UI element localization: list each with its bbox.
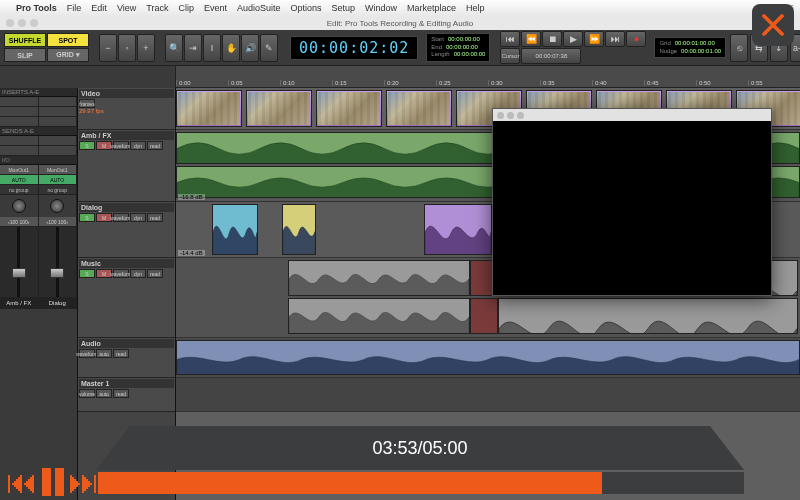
play-button[interactable]: ▶ <box>563 31 583 47</box>
insert-slot[interactable] <box>39 97 77 107</box>
send-slot[interactable] <box>0 146 38 156</box>
automation-read[interactable]: read <box>147 269 163 278</box>
clip-audio[interactable] <box>176 340 800 375</box>
video-window[interactable]: 00:00:02:02 <box>492 108 772 296</box>
clip-dialog[interactable] <box>212 204 258 255</box>
track-name[interactable]: Master 1 <box>79 379 174 388</box>
elastic-button[interactable]: dyn <box>130 141 146 150</box>
menu-edit[interactable]: Edit <box>91 3 107 13</box>
video-thumbnail[interactable] <box>386 90 452 127</box>
automation-read[interactable]: read <box>147 141 163 150</box>
menu-track[interactable]: Track <box>146 3 168 13</box>
track-header-audio[interactable]: Audio waveform auto read <box>78 338 175 378</box>
video-thumbnail[interactable] <box>316 90 382 127</box>
elastic-button[interactable]: dyn <box>130 269 146 278</box>
track-name[interactable]: Dialog <box>79 203 174 212</box>
lane-audio[interactable] <box>176 338 800 378</box>
group-selector[interactable]: no group <box>0 185 38 195</box>
insert-slot[interactable] <box>39 117 77 127</box>
volume-fader[interactable] <box>39 227 77 297</box>
send-slot[interactable] <box>0 136 38 146</box>
mode-slip-button[interactable]: SLIP <box>4 48 46 62</box>
grabber-tool[interactable]: ✋ <box>222 34 240 62</box>
automation-read[interactable]: read <box>147 213 163 222</box>
io-output[interactable]: MonOut1 <box>39 165 77 175</box>
selector-tool[interactable]: I <box>203 34 221 62</box>
overlay-close-button[interactable] <box>752 4 794 46</box>
menu-window[interactable]: Window <box>365 3 397 13</box>
menu-clip[interactable]: Clip <box>178 3 194 13</box>
grid-value[interactable]: 00:00:01:00.00 <box>675 40 715 48</box>
zoom-out-button[interactable]: − <box>99 34 117 62</box>
view-selector[interactable]: waveform <box>113 141 129 150</box>
insert-slot[interactable] <box>0 117 38 127</box>
mode-spot-button[interactable]: SPOT <box>47 33 89 47</box>
stop-button[interactable]: ⏹ <box>542 31 562 47</box>
nudge-value[interactable]: 00:00:00:01.00 <box>681 48 721 56</box>
go-to-end-button[interactable]: ⏭ <box>605 31 625 47</box>
video-thumbnail[interactable] <box>176 90 242 127</box>
io-output[interactable]: MonOut1 <box>0 165 38 175</box>
pencil-tool[interactable]: ✎ <box>260 34 278 62</box>
solo-button[interactable]: S <box>79 141 95 150</box>
video-thumbnail[interactable] <box>246 90 312 127</box>
clip-music[interactable] <box>288 298 470 334</box>
app-menu[interactable]: Pro Tools <box>16 3 57 13</box>
main-counter[interactable]: 00:00:02:02 <box>290 36 418 60</box>
timeline-ruler[interactable]: 0:000:050:100:150:200:250:300:350:400:45… <box>0 66 800 88</box>
insert-slot[interactable] <box>0 97 38 107</box>
mode-shuffle-button[interactable]: SHUFFLE <box>4 33 46 47</box>
lane-master[interactable] <box>176 378 800 412</box>
record-button[interactable]: ● <box>626 31 646 47</box>
zoomer-tool[interactable]: 🔍 <box>165 34 183 62</box>
track-header-dialog[interactable]: Dialog S M waveform dyn read <box>78 202 175 258</box>
mode-grid-button[interactable]: GRID ▾ <box>47 48 89 62</box>
pan-knob[interactable] <box>0 195 38 217</box>
pan-knob[interactable] <box>39 195 77 217</box>
menu-view[interactable]: View <box>117 3 136 13</box>
menu-file[interactable]: File <box>67 3 82 13</box>
clip-music[interactable] <box>498 298 798 334</box>
channel-name[interactable]: Amb / FX <box>0 297 38 309</box>
player-progress-bar[interactable] <box>98 472 744 494</box>
track-name[interactable]: Video <box>79 89 174 98</box>
menu-help[interactable]: Help <box>466 3 485 13</box>
automation-mode[interactable]: auto <box>96 389 112 398</box>
zoom-preset-button[interactable]: ◦ <box>118 34 136 62</box>
insert-slot[interactable] <box>39 107 77 117</box>
sel-length-value[interactable]: 00:00:00:00 <box>454 51 486 59</box>
elastic-button[interactable]: dyn <box>130 213 146 222</box>
channel-name[interactable]: Dialog <box>39 297 77 309</box>
zoom-in-button[interactable]: + <box>137 34 155 62</box>
automation-read[interactable]: read <box>113 349 129 358</box>
send-slot[interactable] <box>39 136 77 146</box>
view-selector[interactable]: waveform <box>113 213 129 222</box>
menu-marketplace[interactable]: Marketplace <box>407 3 456 13</box>
rtz-button[interactable]: ⏮ <box>500 31 520 47</box>
track-name[interactable]: Audio <box>79 339 174 348</box>
sel-start-value[interactable]: 00:00:00:00 <box>448 36 480 44</box>
menu-options[interactable]: Options <box>290 3 321 13</box>
scrubber-tool[interactable]: 🔊 <box>241 34 259 62</box>
menu-setup[interactable]: Setup <box>332 3 356 13</box>
clip-music[interactable] <box>288 260 470 296</box>
track-name[interactable]: Music <box>79 259 174 268</box>
rewind-button[interactable]: ⏪ <box>521 31 541 47</box>
clip-dialog[interactable] <box>282 204 316 255</box>
automation-mode[interactable]: AUTO <box>0 175 38 185</box>
view-selector[interactable]: waveform <box>79 349 95 358</box>
volume-fader[interactable] <box>0 227 38 297</box>
track-name[interactable]: Amb / FX <box>79 131 174 140</box>
traffic-lights[interactable] <box>6 19 38 27</box>
menu-audiosuite[interactable]: AudioSuite <box>237 3 281 13</box>
volume-view[interactable]: volume <box>79 389 95 398</box>
trim-tool[interactable]: ⇥ <box>184 34 202 62</box>
insert-slot[interactable] <box>0 107 38 117</box>
link-button[interactable]: ⎋ <box>730 34 748 62</box>
send-slot[interactable] <box>39 146 77 156</box>
menu-event[interactable]: Event <box>204 3 227 13</box>
group-selector[interactable]: no group <box>39 185 77 195</box>
player-prev-button[interactable]: ⏮ <box>6 466 38 498</box>
solo-button[interactable]: S <box>79 269 95 278</box>
clip-dialog[interactable] <box>424 204 492 255</box>
